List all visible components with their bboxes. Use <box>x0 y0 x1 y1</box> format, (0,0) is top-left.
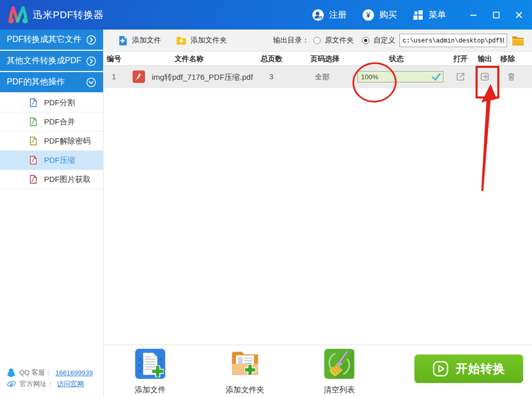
clear-list-broom-icon <box>324 349 354 379</box>
table-header: 编号 文件名称 总页数 页码选择 状态 打开 输出 移除 <box>104 52 532 66</box>
title-bar: 迅米PDF转换器 注册 ¥ 购买 <box>0 0 532 30</box>
qq-number-link[interactable]: 1661699939 <box>55 369 93 377</box>
register-user-icon <box>312 9 324 21</box>
pdf-file-icon <box>28 98 38 107</box>
cell-index: 1 <box>104 66 124 88</box>
output-dir-group: 输出目录： 原文件夹 自定义 <box>273 34 525 47</box>
header-status: 状态 <box>381 52 412 65</box>
sidebar: PDF转换成其它文件 其他文件转换成PDF PDF的其他操作 <box>0 30 104 397</box>
sidebar-item-label: PDF解除密码 <box>44 136 91 146</box>
start-convert-button[interactable]: 开始转换 <box>414 355 523 383</box>
add-folder-big-icon <box>230 349 260 379</box>
cell-total-pages: 3 <box>258 66 284 88</box>
app-title: 迅米PDF转换器 <box>33 8 104 22</box>
sidebar-item-label: PDF压缩 <box>44 155 75 165</box>
output-folder-icon[interactable] <box>479 71 491 82</box>
add-file-button[interactable]: 添加文件 <box>118 35 161 46</box>
add-folder-big-button[interactable]: 添加文件夹 <box>211 349 279 395</box>
maximize-button[interactable] <box>492 10 501 20</box>
minimize-button[interactable] <box>469 10 478 20</box>
contact-block: QQ 客服：1661699939 e 官方网址：访问官网 <box>7 367 93 390</box>
radio-custom-label[interactable]: 自定义 <box>373 36 395 45</box>
sidebar-item-pdf-compress[interactable]: PDF压缩 <box>0 151 103 170</box>
header-page-selection: 页码选择 <box>307 52 343 65</box>
header-remove: 移除 <box>497 52 518 65</box>
add-folder-label: 添加文件夹 <box>191 36 227 45</box>
pdf-red-icon <box>133 70 145 83</box>
add-folder-big-label: 添加文件夹 <box>211 385 279 395</box>
yuan-icon: ¥ <box>362 9 375 21</box>
sidebar-item-pdf-extract-images[interactable]: PDF图片获取 <box>0 170 103 189</box>
svg-text:¥: ¥ <box>366 11 370 19</box>
sidebar-item-pdf-split[interactable]: PDF分割 <box>0 93 103 112</box>
sidebar-item-pdf-merge[interactable]: PDF合并 <box>0 112 103 132</box>
menu-grid-icon <box>412 9 424 21</box>
buy-button[interactable]: ¥ 购买 <box>362 9 397 21</box>
chevron-down-circle-icon <box>86 77 96 88</box>
titlebar-actions: 注册 ¥ 购买 菜单 <box>312 9 446 21</box>
add-folder-icon <box>176 35 187 46</box>
official-site-label: 官方网址： <box>20 379 53 389</box>
sidebar-category-pdf-other-ops[interactable]: PDF的其他操作 <box>0 72 103 92</box>
menu-button[interactable]: 菜单 <box>412 9 446 21</box>
start-convert-label: 开始转换 <box>456 361 506 377</box>
delete-trash-icon[interactable] <box>506 71 517 82</box>
header-total-pages: 总页数 <box>258 52 284 65</box>
radio-original-folder[interactable] <box>313 37 321 44</box>
header-filename: 文件名称 <box>150 52 228 65</box>
add-file-label: 添加文件 <box>132 36 161 45</box>
header-index: 编号 <box>104 52 124 65</box>
sidebar-item-label: PDF分割 <box>44 98 75 108</box>
register-button[interactable]: 注册 <box>312 9 347 21</box>
register-label: 注册 <box>329 9 347 21</box>
close-button[interactable] <box>514 10 524 20</box>
bottom-panel: 添加文件 添加文件夹 <box>104 345 532 397</box>
add-file-big-button[interactable]: 添加文件 <box>117 349 184 395</box>
clear-list-button[interactable]: 清空列表 <box>306 349 373 395</box>
category-label: PDF转换成其它文件 <box>7 34 81 45</box>
file-list-empty-area <box>104 88 532 345</box>
check-icon <box>432 73 441 81</box>
add-folder-button[interactable]: 添加文件夹 <box>176 35 227 46</box>
cell-page-selection: 全部 <box>307 66 338 88</box>
add-file-icon <box>118 35 128 46</box>
pdf-file-icon <box>28 136 38 146</box>
header-output: 输出 <box>475 52 495 65</box>
open-file-icon[interactable] <box>455 71 466 82</box>
pdf-file-icon <box>28 175 38 184</box>
table-row[interactable]: 1 img转pdf_7176_PDF压缩.pdf 3 全部 100% <box>104 66 532 88</box>
sidebar-item-label: PDF图片获取 <box>44 175 91 185</box>
chevron-right-circle-icon <box>86 35 96 45</box>
sidebar-category-pdf-to-other[interactable]: PDF转换成其它文件 <box>0 30 103 50</box>
progress-percent: 100% <box>361 73 432 81</box>
qq-icon <box>7 368 16 377</box>
buy-label: 购买 <box>379 9 397 21</box>
app-window: 迅米PDF转换器 注册 ¥ 购买 <box>0 0 532 397</box>
sidebar-category-other-to-pdf[interactable]: 其他文件转换成PDF <box>0 51 103 71</box>
window-controls <box>469 10 524 20</box>
sidebar-item-label: PDF合并 <box>44 117 75 127</box>
add-file-big-icon <box>135 349 165 379</box>
browser-e-icon: e <box>7 379 16 389</box>
browse-folder-icon[interactable] <box>511 35 525 46</box>
pdf-file-icon <box>28 155 38 165</box>
radio-original-label[interactable]: 原文件夹 <box>325 36 354 45</box>
app-logo-icon <box>7 5 30 25</box>
output-path-input[interactable] <box>399 34 507 47</box>
chevron-right-circle-icon <box>86 56 96 66</box>
menu-label: 菜单 <box>428 9 446 21</box>
official-site-link[interactable]: 访问官网 <box>57 379 84 389</box>
qq-service-label: QQ 客服： <box>19 368 52 377</box>
add-file-big-label: 添加文件 <box>117 385 184 395</box>
sidebar-item-pdf-remove-password[interactable]: PDF解除密码 <box>0 132 103 151</box>
pdf-file-icon <box>28 117 38 126</box>
progress-bar: 100% <box>357 71 443 82</box>
toolbar: 添加文件 添加文件夹 输出目录： 原文件夹 自定义 <box>104 30 532 52</box>
clear-list-label: 清空列表 <box>306 385 373 395</box>
cell-filename: img转pdf_7176_PDF压缩.pdf <box>152 66 253 88</box>
category-label: 其他文件转换成PDF <box>7 55 81 66</box>
radio-custom-folder[interactable] <box>362 37 369 44</box>
header-open: 打开 <box>450 52 471 65</box>
output-dir-label: 输出目录： <box>273 36 309 45</box>
main-area: 添加文件 添加文件夹 输出目录： 原文件夹 自定义 <box>104 30 532 397</box>
